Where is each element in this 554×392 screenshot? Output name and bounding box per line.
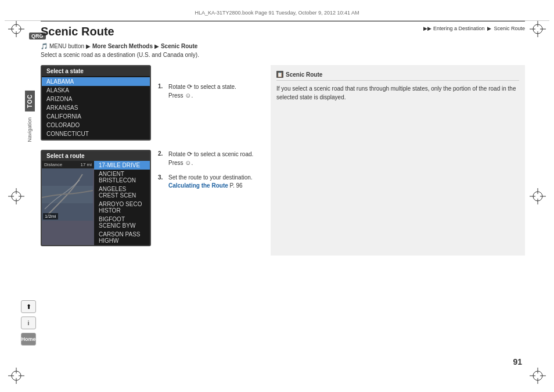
step-1: 1. Rotate ⟳ to select a state. Press ☺.	[158, 82, 261, 100]
info-icon: i	[28, 319, 29, 326]
list-item[interactable]: ALASKA	[42, 86, 150, 95]
list-item[interactable]: ALABAMA	[42, 77, 150, 86]
content-divider	[41, 21, 525, 21]
screen2-header: Select a route	[42, 151, 150, 161]
note-text: If you select a scenic road that runs th…	[276, 84, 519, 102]
rotate-icon-2: ⟳	[187, 150, 192, 159]
right-panel: 📋 Scenic Route If you select a scenic ro…	[271, 65, 525, 256]
corner-mark-tr	[530, 21, 546, 37]
screen2-body: Distance 17 mi	[42, 161, 150, 245]
list-item[interactable]: ANGELES CREST SCEN	[94, 185, 150, 200]
distance-label: Distance	[44, 162, 62, 167]
list-item[interactable]: 17-MILE DRIVE	[94, 161, 150, 170]
step3-text: Set the route to your destination. Calcu…	[168, 174, 261, 190]
file-info-bar: HLA_KA-31TY2800.book Page 91 Tuesday, Oc…	[5, 5, 549, 21]
sidebar-icon-info[interactable]: i	[21, 317, 36, 329]
menu-arrow2: ▶	[154, 43, 159, 49]
note-icon: 📋	[276, 71, 283, 78]
step1-text: Rotate ⟳ to select a state. Press ☺.	[168, 82, 261, 100]
route-list: 17-MILE DRIVE ANCIENT BRISTLECON ANGELES…	[94, 161, 150, 245]
file-info-text: HLA_KA-31TY2800.book Page 91 Tuesday, Oc…	[195, 10, 359, 16]
main-content: Scenic Route 🎵 MENU button ▶ More Search…	[41, 21, 525, 371]
list-item[interactable]: ARIZONA	[42, 95, 150, 103]
toc-label[interactable]: TOC	[25, 91, 35, 112]
sidebar-icons: ⬆ i Home	[21, 300, 36, 346]
list-item[interactable]: ARROYO SECO HISTOR	[94, 200, 150, 215]
page-title: Scenic Route	[41, 25, 525, 38]
corner-mark-br	[530, 368, 546, 384]
step-3: 3. Set the route to your destination. Ca…	[158, 174, 261, 190]
press-icon-1: ☺	[185, 91, 191, 100]
menu-arrow1: ▶	[86, 43, 91, 49]
note-title: Scenic Route	[286, 71, 322, 78]
screen1-header: Select a state	[42, 66, 150, 76]
sidebar-icon-up[interactable]: ⬆	[21, 300, 36, 313]
screen1-list: ALABAMA ALASKA ARIZONA ARKANSAS CALIFORN…	[42, 76, 150, 139]
distance-value: 17 mi	[80, 162, 92, 167]
page-number: 91	[513, 357, 522, 366]
press-icon-2: ☺	[185, 159, 191, 167]
step-2: 2. Rotate ⟳ to select a scenic road. Pre…	[158, 150, 261, 168]
two-col-layout: Select a state ALABAMA ALASKA ARIZONA AR…	[41, 65, 525, 256]
screen-select-route: Select a route Distance 17 mi	[41, 150, 151, 246]
route-map: Distance 17 mi	[42, 161, 94, 245]
nav-label: Navigation	[27, 117, 33, 142]
steps-2-3: 2. Rotate ⟳ to select a scenic road. Pre…	[158, 150, 261, 195]
step1-number: 1.	[158, 82, 166, 91]
menu-text1: MENU button	[49, 43, 84, 49]
menu-bold2: Scenic Route	[161, 43, 197, 49]
calculating-route-link[interactable]: Calculating the Route	[168, 182, 228, 189]
step2-number: 2.	[158, 150, 166, 158]
description: Select a scenic road as a destination (U…	[41, 52, 525, 58]
list-item[interactable]: CARSON PASS HIGHW	[94, 230, 150, 245]
map-scale: 1/2mi	[43, 213, 58, 220]
rotate-icon-1: ⟳	[187, 82, 192, 91]
list-item[interactable]: CALIFORNIA	[42, 112, 150, 121]
screen-select-state: Select a state ALABAMA ALASKA ARIZONA AR…	[41, 65, 151, 141]
list-item[interactable]: BIGFOOT SCENIC BYW	[94, 215, 150, 230]
list-item[interactable]: ARKANSAS	[42, 103, 150, 112]
menu-icon: 🎵	[41, 43, 48, 49]
list-item[interactable]: ANCIENT BRISTLECON	[94, 170, 150, 185]
menu-bold1: More Search Methods	[92, 43, 153, 49]
corner-mark-mr	[530, 188, 546, 204]
list-item[interactable]: COLORADO	[42, 121, 150, 130]
left-column: Select a state ALABAMA ALASKA ARIZONA AR…	[41, 65, 261, 256]
up-arrow-icon: ⬆	[26, 303, 31, 311]
step2-text: Rotate ⟳ to select a scenic road. Press …	[168, 150, 261, 168]
list-item[interactable]: CONNECTICUT	[42, 130, 150, 138]
note-header: 📋 Scenic Route	[276, 71, 519, 81]
step3-number: 3.	[158, 174, 166, 182]
home-label: Home	[21, 336, 36, 342]
sidebar-icon-home[interactable]: Home	[21, 333, 36, 346]
map-visual: 1/2mi	[42, 168, 93, 221]
menu-path: 🎵 MENU button ▶ More Search Methods ▶ Sc…	[41, 43, 525, 49]
